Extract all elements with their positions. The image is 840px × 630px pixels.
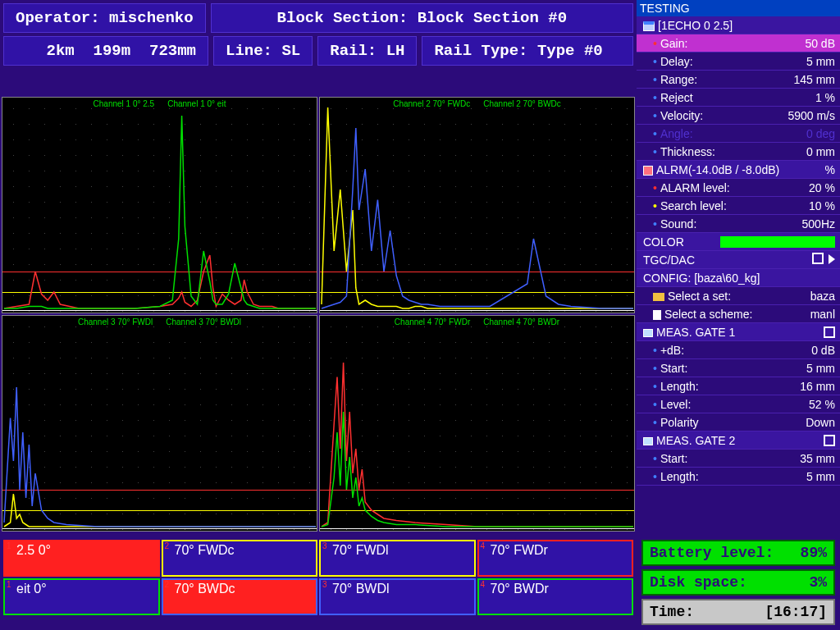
gate2-length-row[interactable]: •Length:5 mm (637, 468, 840, 486)
plot-legend: Channel 3 70° FWDlChannel 3 70° BWDl (2, 317, 317, 326)
document-icon (653, 310, 661, 320)
distance-box: 2km 199m 723mm (3, 36, 208, 66)
param-reject-row[interactable]: •Reject1 % (637, 89, 840, 107)
block-section-label: Block Section: (277, 9, 409, 27)
gate1-length-val: 16 mm (800, 380, 835, 393)
channel-label: 70° BWDc (175, 582, 235, 596)
param-gain-val: 50 dB (805, 37, 835, 50)
rail-label: Rail: (330, 42, 377, 60)
disk-value: 3% (809, 574, 827, 591)
alrm-alarm_level-row[interactable]: •ALARM level:20 % (637, 179, 840, 197)
gate1-checkbox[interactable] (824, 326, 835, 338)
gate2-header[interactable]: MEAS. GATE 2 (637, 431, 840, 450)
gate1-start-val: 5 mm (806, 362, 835, 375)
color-row[interactable]: COLOR (637, 233, 840, 251)
battery-value: 89% (801, 545, 827, 561)
param-thickness-label: Thickness: (660, 145, 715, 158)
arrow-right-icon[interactable] (829, 254, 835, 264)
param-velocity-label: Velocity: (660, 109, 703, 122)
gate1-plus_db-val: 0 dB (811, 344, 835, 357)
bullet-icon: • (653, 127, 657, 140)
channel-box-1[interactable]: 12.5 0° (3, 540, 160, 577)
select-scheme-row[interactable]: Select a scheme: manl (637, 305, 840, 323)
alrm-sound-row[interactable]: •Sound:500Hz (637, 215, 840, 233)
channel-box-3[interactable]: 370° FWDl (319, 540, 476, 577)
param-delay-row[interactable]: •Delay:5 mm (637, 52, 840, 71)
gate2-length-label: Length: (660, 470, 699, 483)
alrm-header-label: ALRM(-14.0dB / -8.0dB) (656, 163, 779, 176)
channel-box-5[interactable]: 1eit 0° (3, 578, 160, 615)
channel-box-8[interactable]: 470° BWDr (477, 578, 634, 615)
gate2-start-label: Start: (660, 452, 687, 465)
alrm-header[interactable]: ALRM(-14.0dB / -8.0dB) % (637, 161, 840, 179)
gate2-start-row[interactable]: •Start:35 mm (637, 450, 840, 468)
param-reject-val: 1 % (815, 91, 835, 104)
bullet-icon: • (653, 217, 657, 231)
time-status: Time: [16:17] (641, 599, 835, 625)
tgc-dac-row[interactable]: TGC/DAC (637, 251, 840, 269)
gate1-level-row[interactable]: •Level:52 % (637, 395, 840, 413)
select-scheme-val: manl (810, 308, 835, 321)
gate2-start-val: 35 mm (800, 452, 835, 465)
channel-box-2[interactable]: 270° FWDc (162, 540, 318, 577)
folder-icon (653, 293, 664, 301)
param-thickness-row[interactable]: •Thickness:0 mm (637, 143, 840, 161)
select-set-label: Select a set: (668, 290, 731, 303)
alrm-search_level-row[interactable]: •Search level:10 % (637, 197, 840, 215)
select-set-row[interactable]: Select a set: baza (637, 287, 840, 305)
operator-box: Operator: mischenko (3, 3, 206, 33)
block-section-box: Block Section: Block Section #0 (211, 3, 633, 33)
alrm-alarm_level-label: ALARM level: (660, 181, 730, 194)
channel-label: 2.5 0° (16, 543, 51, 558)
channel-box-6[interactable]: 270° BWDc (162, 578, 318, 615)
gate1-polarity-label: Polarity (660, 416, 699, 429)
param-velocity-row[interactable]: •Velocity:5900 m/s (637, 107, 840, 125)
bullet-icon: • (653, 362, 657, 375)
bullet-icon: • (653, 145, 657, 158)
gate1-level-label: Level: (660, 398, 691, 411)
param-delay-label: Delay: (660, 55, 693, 68)
gate1-start-label: Start: (660, 362, 687, 375)
channel-label: 70° FWDl (332, 543, 389, 558)
rail-type-value: Type #0 (537, 42, 603, 60)
distance-m: 199m (94, 42, 131, 60)
gate1-polarity-row[interactable]: •PolarityDown (637, 413, 840, 431)
gate2-checkbox[interactable] (824, 435, 835, 446)
operator-value: mischenko (109, 9, 194, 27)
bullet-icon: • (653, 398, 657, 411)
channel-grid: 12.5 0°270° FWDc370° FWDl470° FWDr1eit 0… (0, 536, 637, 619)
param-thickness-val: 0 mm (806, 145, 835, 158)
channel-box-4[interactable]: 470° FWDr (477, 540, 634, 577)
bullet-icon: • (653, 181, 657, 194)
param-delay-val: 5 mm (806, 55, 835, 68)
param-angle-row[interactable]: •Angle:0 deg (637, 125, 840, 143)
gate1-length-row[interactable]: •Length:16 mm (637, 377, 840, 395)
tgc-dac-label: TGC/DAC (643, 253, 695, 267)
color-swatch (720, 236, 835, 248)
config-label: CONFIG: [baza\60_kg] (643, 272, 760, 285)
select-scheme-label: Select a scheme: (664, 308, 752, 321)
channel-box-7[interactable]: 370° BWDl (319, 578, 476, 615)
rail-type-label: Rail Type: (434, 42, 527, 60)
plot-4: Channel 4 70° FWDrChannel 4 70° BWDr (319, 315, 635, 532)
channel-num: 4 (481, 580, 486, 589)
rail-box: Rail: LH (317, 36, 417, 66)
gate1-plus_db-row[interactable]: •+dB:0 dB (637, 341, 840, 359)
flag-icon (643, 166, 653, 176)
param-range-val: 145 mm (793, 73, 835, 86)
config-row[interactable]: CONFIG: [baza\60_kg] (637, 269, 840, 287)
gate1-start-row[interactable]: •Start:5 mm (637, 359, 840, 377)
gate1-length-label: Length: (660, 380, 699, 393)
bullet-icon: • (653, 452, 657, 465)
bullet-icon: • (653, 199, 657, 212)
echo-header[interactable]: [1ECHO 0 2.5] (637, 16, 840, 34)
tgc-dac-checkbox[interactable] (812, 253, 824, 264)
param-gain-row[interactable]: •Gain:50 dB (637, 34, 840, 52)
param-range-row[interactable]: •Range:145 mm (637, 71, 840, 89)
window-icon (643, 21, 655, 31)
alrm-search_level-label: Search level: (660, 199, 727, 212)
operator-label: Operator: (16, 9, 100, 27)
alrm-search_level-val: 10 % (809, 199, 835, 212)
gate1-header[interactable]: MEAS. GATE 1 (637, 323, 840, 341)
alrm-sound-val: 500Hz (802, 217, 835, 231)
